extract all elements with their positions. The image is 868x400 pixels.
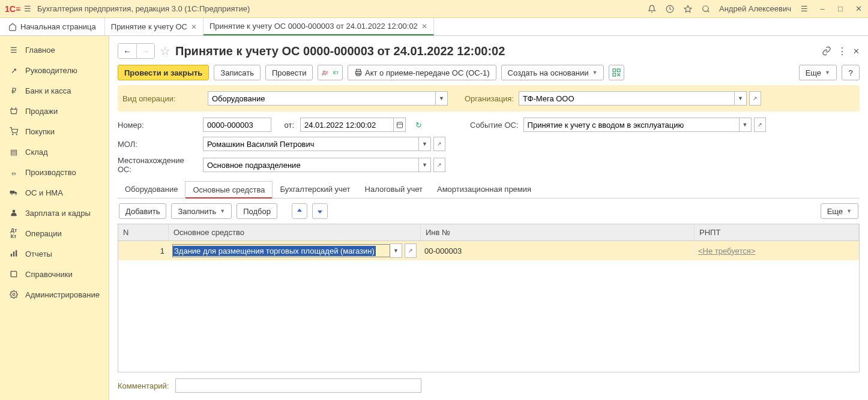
tab-accounting[interactable]: Бухгалтерский учет [273,181,357,198]
logo-1c: 1C≡ [5,4,20,14]
close-icon[interactable]: ✕ [854,4,863,14]
more-button[interactable]: Еще ▼ [799,65,837,80]
col-n[interactable]: N [118,224,169,240]
back-button[interactable]: ← [118,44,136,58]
pick-button[interactable]: Подбор [237,203,277,219]
open-button[interactable]: ↗ [405,243,417,258]
org-label: Организация: [465,94,514,103]
add-button[interactable]: Добавить [119,203,166,219]
tab-close-icon[interactable]: ✕ [191,23,197,31]
tab-depreciation-bonus[interactable]: Амортизационная премия [430,181,538,198]
close-panel-icon[interactable]: ✕ [853,47,860,56]
tab-close-icon[interactable]: ✕ [421,22,427,31]
kebab-icon[interactable]: ⋮ [837,46,847,57]
dtkt-button[interactable]: ДтКт [318,65,343,80]
comment-input[interactable] [175,378,421,393]
bell-icon[interactable] [647,4,657,14]
tab-equipment[interactable]: Оборудование [118,181,185,198]
favorite-star-icon[interactable]: ☆ [160,44,170,58]
nav-admin[interactable]: Администрирование [0,284,109,305]
table-row[interactable]: 1 Здание для размещения торговых площаде… [118,241,859,260]
nav-label: Отчеты [25,249,52,258]
from-label: от: [277,121,294,130]
detail-more-button[interactable]: Еще ▼ [821,203,858,219]
cell-asset[interactable]: Здание для размещения торговых площадей … [169,241,421,260]
tab-tax[interactable]: Налоговый учет [358,181,430,198]
nav-sales[interactable]: Продажи [0,101,109,121]
nav-operations[interactable]: ДтКтОперации [0,223,109,243]
home-tab[interactable]: Начальная страница [0,18,105,35]
dropdown-button[interactable]: ▼ [390,243,402,258]
dropdown-button[interactable]: ▼ [419,158,431,172]
hamburger-icon[interactable]: ☰ [24,4,31,13]
commit-close-button[interactable]: Провести и закрыть [118,65,209,80]
factory-icon: ⏛ [8,167,19,178]
open-button[interactable]: ↗ [754,118,766,132]
nav-main[interactable]: ☰Главное [0,40,109,60]
op-type-input[interactable] [208,91,436,106]
grid-body[interactable]: 1 Здание для размещения торговых площаде… [118,241,859,372]
nav-reports[interactable]: Отчеты [0,243,109,264]
nav-label: Склад [25,148,48,157]
form-area-highlight: Вид операции: ▼ Организация: ▼ ↗ [118,85,860,112]
loc-label: Местонахождение ОС: [118,156,197,174]
col-rnpt[interactable]: РНПТ [695,224,859,240]
nav-salary[interactable]: Зарплата и кадры [0,203,109,223]
refresh-date-icon[interactable]: ↻ [415,121,422,130]
help-button[interactable]: ? [842,65,860,80]
tab-accept-os-doc[interactable]: Принятие к учету ОС 0000-000003 от 24.01… [203,18,434,35]
nav-bank[interactable]: ₽Банк и касса [0,80,109,101]
content: ← → ☆ Принятие к учету ОС 0000-000003 от… [109,36,868,400]
act-print-button[interactable]: Акт о приеме-передаче ОС (ОС-1) [348,65,496,80]
loc-input[interactable] [203,158,419,172]
nav-directories[interactable]: Справочники [0,264,109,284]
search-icon[interactable] [701,4,711,14]
tab-fixed-assets[interactable]: Основные средства [185,181,273,199]
open-button[interactable]: ↗ [433,158,445,172]
col-inv[interactable]: Инв № [421,224,695,240]
sidebar: ☰Главное ➚Руководителю ₽Банк и касса Про… [0,36,109,400]
forward-button[interactable]: → [136,44,154,58]
dropdown-button[interactable]: ▼ [735,91,747,106]
date-input[interactable] [300,118,394,132]
svg-point-6 [11,194,12,195]
nav-label: ОС и НМА [25,188,63,197]
user-label[interactable]: Андрей Алексеевич [719,4,791,13]
open-button[interactable]: ↗ [433,137,445,151]
cart-icon [8,126,19,137]
number-label: Номер: [118,121,197,130]
move-up-button[interactable] [292,203,307,219]
link-icon[interactable] [822,46,831,56]
nav-purchases[interactable]: Покупки [0,121,109,142]
dtkt-icon: ДтКт [8,228,19,239]
nav-os-nma[interactable]: ОС и НМА [0,182,109,203]
star-icon[interactable] [683,4,693,14]
save-button[interactable]: Записать [214,65,261,80]
barchart-icon [8,248,19,259]
fill-button[interactable]: Заполнить ▼ [171,203,232,219]
maximize-icon[interactable]: □ [836,4,845,14]
commit-button[interactable]: Провести [265,65,313,80]
nav-warehouse[interactable]: ▤Склад [0,142,109,162]
struct-button[interactable] [609,65,624,80]
mol-input[interactable] [203,137,419,151]
col-os[interactable]: Основное средство [169,224,421,240]
dropdown-button[interactable]: ▼ [436,91,448,106]
move-down-button[interactable] [312,203,328,219]
dropdown-button[interactable]: ▼ [740,118,752,132]
event-input[interactable] [523,118,740,132]
settings-lines-icon[interactable]: ☰ [800,4,809,14]
calendar-button[interactable] [394,118,406,132]
history-icon[interactable] [665,4,675,14]
org-input[interactable] [519,91,735,106]
number-input[interactable] [203,118,271,132]
dropdown-button[interactable]: ▼ [419,137,431,151]
create-based-button[interactable]: Создать на основании ▼ [501,65,604,80]
svg-point-4 [16,134,17,135]
open-button[interactable]: ↗ [749,91,761,106]
minimize-icon[interactable]: – [818,4,827,14]
nav-production[interactable]: ⏛Производство [0,162,109,182]
nav-manager[interactable]: ➚Руководителю [0,60,109,80]
tab-accept-os-list[interactable]: Принятие к учету ОС ✕ [105,18,203,35]
detail-tabs: Оборудование Основные средства Бухгалтер… [118,181,860,199]
